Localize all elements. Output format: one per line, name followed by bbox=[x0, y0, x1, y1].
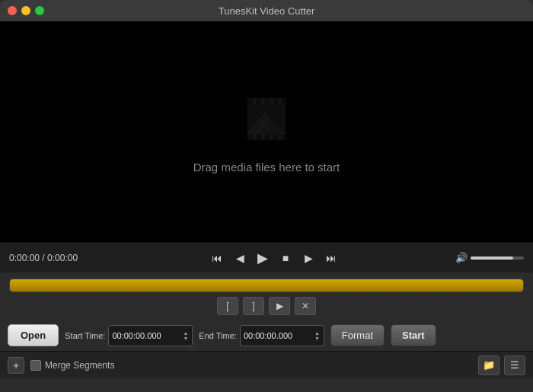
close-button[interactable] bbox=[8, 6, 17, 15]
start-time-label: Start Time: bbox=[65, 331, 105, 340]
bottom-controls: Open Start Time: ▲ ▼ End Time: ▲ ▼ Forma… bbox=[0, 321, 533, 351]
maximize-button[interactable] bbox=[35, 6, 44, 15]
playback-bar: 0:00:00 / 0:00:00 ⏮ ◀ ▶ ■ ▶ ⏭ 🔊 bbox=[0, 242, 533, 272]
start-time-up[interactable]: ▲ bbox=[182, 330, 189, 336]
delete-segment-button[interactable]: ✕ bbox=[295, 297, 316, 315]
svg-rect-7 bbox=[256, 134, 262, 140]
start-button[interactable]: Start bbox=[391, 324, 436, 346]
end-time-input-wrap: ▲ ▼ bbox=[240, 325, 324, 346]
title-bar: TunesKit Video Cutter bbox=[0, 0, 533, 21]
app-title: TunesKit Video Cutter bbox=[219, 5, 314, 17]
start-time-input[interactable] bbox=[112, 331, 180, 340]
playback-controls: ⏮ ◀ ▶ ■ ▶ ⏭ bbox=[99, 249, 449, 267]
volume-fill bbox=[471, 257, 513, 260]
format-button[interactable]: Format bbox=[330, 324, 385, 346]
start-time-group: Start Time: ▲ ▼ bbox=[65, 325, 193, 346]
stop-button[interactable]: ■ bbox=[276, 249, 295, 267]
svg-rect-6 bbox=[247, 134, 254, 140]
window-controls bbox=[8, 6, 44, 15]
step-back-button[interactable]: ⏮ bbox=[208, 249, 226, 267]
svg-rect-1 bbox=[247, 98, 254, 104]
merge-checkbox[interactable] bbox=[30, 360, 41, 371]
play-button[interactable]: ▶ bbox=[254, 249, 272, 267]
start-time-spinner: ▲ ▼ bbox=[182, 330, 189, 341]
add-segment-button[interactable]: + bbox=[8, 357, 24, 374]
list-button[interactable]: ☰ bbox=[504, 355, 525, 375]
list-icon: ☰ bbox=[510, 359, 519, 371]
drag-hint: Drag media files here to start bbox=[193, 161, 340, 174]
svg-rect-10 bbox=[281, 134, 286, 140]
end-time-down[interactable]: ▼ bbox=[314, 336, 321, 341]
timeline-area: [ ] ▶ ✕ bbox=[0, 272, 533, 321]
svg-rect-9 bbox=[273, 134, 279, 140]
frame-forward-button[interactable]: ▶ bbox=[299, 249, 318, 267]
minimize-button[interactable] bbox=[21, 6, 30, 15]
merge-bar: + Merge Segments 📁 ☰ bbox=[0, 351, 533, 378]
film-icon bbox=[236, 91, 297, 151]
mark-start-button[interactable]: [ bbox=[217, 297, 238, 315]
preview-segment-button[interactable]: ▶ bbox=[269, 297, 290, 315]
end-time-group: End Time: ▲ ▼ bbox=[199, 325, 324, 346]
svg-rect-5 bbox=[281, 98, 286, 104]
merge-checkbox-area: Merge Segments bbox=[30, 360, 472, 371]
svg-rect-4 bbox=[273, 98, 279, 104]
svg-rect-2 bbox=[256, 98, 262, 104]
merge-right-buttons: 📁 ☰ bbox=[478, 355, 525, 375]
step-forward-button[interactable]: ⏭ bbox=[322, 249, 340, 267]
folder-icon: 📁 bbox=[483, 359, 495, 371]
end-time-label: End Time: bbox=[199, 331, 237, 340]
end-time-spinner: ▲ ▼ bbox=[314, 330, 321, 341]
svg-rect-3 bbox=[264, 98, 270, 104]
time-display: 0:00:00 / 0:00:00 bbox=[9, 253, 93, 263]
volume-slider[interactable] bbox=[471, 257, 524, 260]
start-time-down[interactable]: ▼ bbox=[182, 336, 189, 341]
svg-rect-8 bbox=[264, 134, 270, 140]
start-time-input-wrap: ▲ ▼ bbox=[108, 325, 193, 346]
merge-label: Merge Segments bbox=[45, 360, 114, 371]
timeline-fill bbox=[10, 279, 523, 292]
timeline-track[interactable] bbox=[9, 279, 524, 292]
open-button[interactable]: Open bbox=[8, 324, 59, 346]
mark-end-button[interactable]: ] bbox=[243, 297, 264, 315]
segment-controls: [ ] ▶ ✕ bbox=[9, 292, 524, 318]
end-time-up[interactable]: ▲ bbox=[314, 330, 321, 336]
volume-control: 🔊 bbox=[455, 252, 524, 263]
plus-icon: + bbox=[13, 359, 19, 371]
folder-button[interactable]: 📁 bbox=[478, 355, 499, 375]
end-time-input[interactable] bbox=[244, 331, 312, 340]
video-area[interactable]: Drag media files here to start bbox=[0, 21, 533, 242]
frame-back-button[interactable]: ◀ bbox=[231, 249, 249, 267]
volume-icon: 🔊 bbox=[455, 252, 468, 263]
